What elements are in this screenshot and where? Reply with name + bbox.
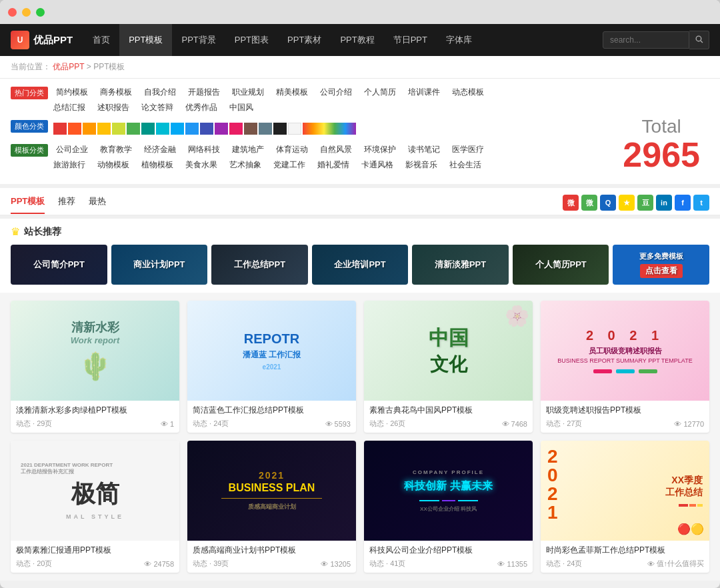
rec-card-work-summary[interactable]: 工作总结PPT xyxy=(211,245,308,285)
svg-line-1 xyxy=(701,41,703,43)
tag-animals[interactable]: 动物模板 xyxy=(95,158,132,172)
minimize-button[interactable] xyxy=(22,8,31,17)
tab-ppt-templates[interactable]: PPT模板 xyxy=(11,195,45,214)
rec-card-company[interactable]: 公司简介PPT xyxy=(11,245,107,285)
nav-holiday-ppt[interactable]: 节日PPT xyxy=(384,24,437,56)
rec-card-resume[interactable]: 个人简历PPT xyxy=(513,245,609,285)
nav-ppt-tutorial[interactable]: PPT教程 xyxy=(331,24,383,56)
nav-home[interactable]: 首页 xyxy=(83,24,119,56)
tag-film[interactable]: 影视音乐 xyxy=(403,158,440,172)
nav-ppt-charts[interactable]: PPT图表 xyxy=(225,24,278,56)
color-red[interactable] xyxy=(53,123,67,135)
search-button[interactable] xyxy=(689,31,709,49)
template-title-7: 时尚彩色孟菲斯工作总结PPT模板 xyxy=(546,545,704,556)
template-card-6[interactable]: COMPANY PROFILE 科技创新 共赢未来 XX公司企业介绍 科技风 科… xyxy=(364,441,533,573)
color-green[interactable] xyxy=(127,123,140,135)
tag-career[interactable]: 职业规划 xyxy=(229,85,267,99)
tag-reading[interactable]: 读书笔记 xyxy=(405,143,443,157)
rec-card-business-plan[interactable]: 商业计划PPT xyxy=(111,245,208,285)
weibo-icon[interactable]: 微 xyxy=(563,195,579,211)
tag-excellent[interactable]: 优秀作品 xyxy=(183,101,220,115)
close-button[interactable] xyxy=(8,8,17,17)
color-black[interactable] xyxy=(273,123,287,135)
template-card-1[interactable]: REPOTR 潘通蓝 工作汇报 e2021 简洁蓝色工作汇报总结PPT模板 动态… xyxy=(187,301,356,433)
tag-food[interactable]: 美食水果 xyxy=(183,158,220,172)
tab-hottest[interactable]: 最热 xyxy=(89,195,106,214)
tag-company[interactable]: 公司介绍 xyxy=(317,85,355,99)
template-tag-6: 动态 · 41页 xyxy=(369,559,405,569)
color-light-blue[interactable] xyxy=(171,123,184,135)
color-teal[interactable] xyxy=(141,123,155,135)
tag-intro[interactable]: 自我介绍 xyxy=(141,85,179,99)
tag-resume[interactable]: 个人简历 xyxy=(361,85,399,99)
color-yellow[interactable] xyxy=(97,123,111,135)
rec-card-more[interactable]: 更多免费模板 点击查看 xyxy=(613,245,709,285)
nav-fonts[interactable]: 字体库 xyxy=(437,24,481,56)
favorite-icon[interactable]: ★ xyxy=(619,195,635,211)
color-cyan[interactable] xyxy=(156,123,169,135)
tag-sports[interactable]: 体育运动 xyxy=(273,143,311,157)
maximize-button[interactable] xyxy=(36,8,45,17)
tag-chinese[interactable]: 中国风 xyxy=(227,101,256,115)
template-tag-4: 动态 · 20页 xyxy=(16,559,52,569)
linkedin-icon[interactable]: in xyxy=(656,195,672,211)
tag-social[interactable]: 社会生活 xyxy=(447,158,484,172)
color-white[interactable] xyxy=(288,123,301,135)
color-purple[interactable] xyxy=(215,123,228,135)
twitter-icon[interactable]: t xyxy=(693,195,709,211)
color-indigo[interactable] xyxy=(200,123,213,135)
tag-realestate[interactable]: 建筑地产 xyxy=(229,143,267,157)
template-card-4[interactable]: 2021 DEPARTMENT WORK REPORT工作总结报告补充汇报 极简… xyxy=(11,441,179,573)
tag-plants[interactable]: 植物模板 xyxy=(139,158,176,172)
logo-area[interactable]: U 优品PPT xyxy=(11,31,73,49)
wechat-icon[interactable]: 微 xyxy=(581,195,597,211)
tag-edu[interactable]: 教育教学 xyxy=(97,143,135,157)
tag-business[interactable]: 商务模板 xyxy=(97,85,135,99)
tag-cartoon[interactable]: 卡通风格 xyxy=(359,158,396,172)
tag-summary[interactable]: 总结汇报 xyxy=(51,101,88,115)
template-card-7[interactable]: 2021 XX季度 工作总结 🔴🟡 时尚彩色孟菲斯工作总结PPT模板 动态 · … xyxy=(541,441,709,573)
color-orange[interactable] xyxy=(83,123,96,135)
tag-env[interactable]: 环境保护 xyxy=(361,143,399,157)
tag-debrief[interactable]: 述职报告 xyxy=(95,101,132,115)
color-blue[interactable] xyxy=(185,123,199,135)
tag-dynamic[interactable]: 动态模板 xyxy=(449,85,487,99)
color-rainbow[interactable] xyxy=(303,123,356,135)
tag-beautiful[interactable]: 精美模板 xyxy=(273,85,311,99)
color-pink[interactable] xyxy=(229,123,243,135)
tag-training[interactable]: 培训课件 xyxy=(405,85,443,99)
recommend-section: ♛ 站长推荐 公司简介PPT 商业计划PPT 工作总结PPT 企业培训PPT 清… xyxy=(0,219,720,293)
tag-corp[interactable]: 公司企业 xyxy=(53,143,91,157)
color-blue-grey[interactable] xyxy=(259,123,272,135)
color-lime[interactable] xyxy=(112,123,125,135)
tag-nature[interactable]: 自然风景 xyxy=(317,143,355,157)
template-card-5[interactable]: 2021 BUSINESS PLAN 质感高端商业计划 质感高端商业计划书PPT… xyxy=(187,441,356,573)
qq-icon[interactable]: Q xyxy=(600,195,616,211)
color-brown[interactable] xyxy=(244,123,257,135)
tag-thesis[interactable]: 论文答辩 xyxy=(139,101,176,115)
tab-recommended[interactable]: 推荐 xyxy=(58,195,75,214)
tag-party[interactable]: 党建工作 xyxy=(271,158,308,172)
facebook-icon[interactable]: f xyxy=(675,195,691,211)
template-card-0[interactable]: 清新水彩 Work report 🌵 淡雅清新水彩多肉绿植PPT模板 动态 · … xyxy=(11,301,179,433)
tag-opening[interactable]: 开题报告 xyxy=(185,85,223,99)
template-title-2: 素雅古典花鸟中国风PPT模板 xyxy=(369,405,527,416)
color-orange-red[interactable] xyxy=(68,123,81,135)
tag-simple[interactable]: 简约模板 xyxy=(53,85,91,99)
tag-finance[interactable]: 经济金融 xyxy=(141,143,179,157)
nav-ppt-materials[interactable]: PPT素材 xyxy=(278,24,331,56)
nav-ppt-background[interactable]: PPT背景 xyxy=(172,24,225,56)
douban-icon[interactable]: 豆 xyxy=(637,195,653,211)
template-card-3[interactable]: 2 0 2 1 员工职级竞聘述职报告 BUSINESS REPORT SUMMA… xyxy=(541,301,709,433)
rec-card-training[interactable]: 企业培训PPT xyxy=(312,245,409,285)
rec-card-fresh[interactable]: 清新淡雅PPT xyxy=(412,245,509,285)
tag-wedding[interactable]: 婚礼爱情 xyxy=(315,158,352,172)
tag-art[interactable]: 艺术抽象 xyxy=(227,158,264,172)
tag-travel[interactable]: 旅游旅行 xyxy=(51,158,88,172)
nav-ppt-templates[interactable]: PPT模板 xyxy=(119,24,172,56)
tag-tech[interactable]: 网络科技 xyxy=(185,143,223,157)
search-input[interactable] xyxy=(603,31,689,49)
template-card-2[interactable]: 中国 文化 🌸 素雅古典花鸟中国风PPT模板 动态 · 26页 👁 7468 xyxy=(364,301,533,433)
breadcrumb-home[interactable]: 优品PPT xyxy=(53,62,84,71)
tag-medical[interactable]: 医学医疗 xyxy=(449,143,487,157)
